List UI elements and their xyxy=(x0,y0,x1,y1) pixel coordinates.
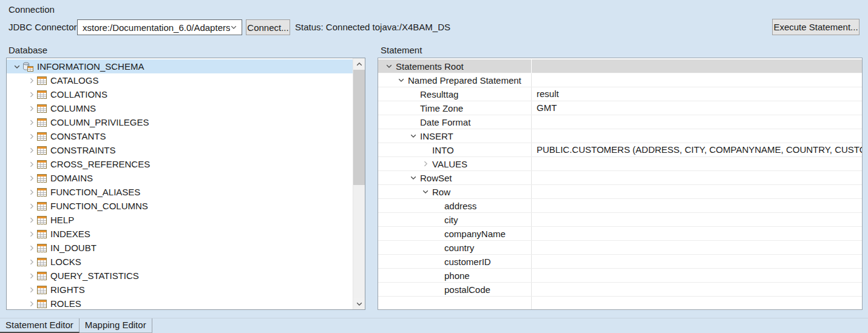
statement-row-value[interactable] xyxy=(532,269,862,282)
chevron-collapsed-icon[interactable] xyxy=(27,258,36,266)
tree-item-table[interactable]: CONSTRAINTS xyxy=(7,143,353,157)
statement-row[interactable]: phone xyxy=(378,269,862,283)
chevron-collapsed-icon[interactable] xyxy=(27,188,36,197)
tree-item-table[interactable]: LOCKS xyxy=(7,255,353,269)
chevron-expanded-icon[interactable] xyxy=(409,132,418,140)
tree-item-label: CROSS_REFERENCES xyxy=(50,159,150,169)
statement-row[interactable]: address xyxy=(378,199,862,213)
statement-row[interactable]: city xyxy=(378,213,862,227)
tree-item-information-schema[interactable]: INFORMATION_SCHEMA xyxy=(7,59,353,73)
tree-item-table[interactable]: IN_DOUBT xyxy=(7,241,353,255)
chevron-collapsed-icon[interactable] xyxy=(27,104,36,113)
chevron-collapsed-icon[interactable] xyxy=(421,160,430,168)
statement-row-value[interactable] xyxy=(532,157,862,170)
statement-row-value[interactable] xyxy=(532,171,862,184)
chevron-collapsed-icon[interactable] xyxy=(27,286,36,294)
tree-item-table[interactable]: RIGHTS xyxy=(7,283,353,297)
execute-statement-button[interactable]: Execute Statement... xyxy=(772,19,860,35)
chevron-expanded-icon[interactable] xyxy=(409,173,418,182)
chevron-expanded-icon[interactable] xyxy=(421,187,430,196)
statement-row[interactable]: companyName xyxy=(378,227,862,241)
tree-item-table[interactable]: CATALOGS xyxy=(7,73,353,87)
chevron-expanded-icon[interactable] xyxy=(397,76,405,84)
chevron-collapsed-icon[interactable] xyxy=(27,300,36,308)
chevron-collapsed-icon[interactable] xyxy=(27,230,36,238)
connect-button[interactable]: Connect... xyxy=(246,19,290,35)
statement-row[interactable]: VALUES xyxy=(378,157,862,171)
statement-row-value[interactable]: GMT xyxy=(532,101,862,115)
chevron-collapsed-icon[interactable] xyxy=(27,76,36,85)
chevron-collapsed-icon[interactable] xyxy=(27,160,36,169)
tree-item-table[interactable]: CONSTANTS xyxy=(7,129,353,143)
statement-row[interactable]: Named Prepared Statement xyxy=(378,73,862,87)
statement-row[interactable] xyxy=(378,297,862,310)
chevron-collapsed-icon[interactable] xyxy=(27,90,36,99)
statement-row-label: address xyxy=(444,201,476,211)
chevron-collapsed-icon[interactable] xyxy=(27,146,36,155)
statement-row[interactable]: INTOPUBLIC.CUSTOMERS (ADDRESS, CITY, COM… xyxy=(378,143,862,157)
tree-item-table[interactable]: COLUMNS xyxy=(7,101,353,115)
statement-row-name-cell: Resulttag xyxy=(378,87,532,101)
statement-row[interactable]: INSERT xyxy=(378,129,862,143)
statement-tree-table: Statements RootNamed Prepared StatementR… xyxy=(378,58,863,310)
tree-item-table[interactable]: INDEXES xyxy=(7,227,353,241)
statement-row-value[interactable] xyxy=(532,59,862,73)
chevron-collapsed-icon[interactable] xyxy=(27,118,36,127)
statement-row[interactable]: Row xyxy=(378,185,862,199)
statement-row-value[interactable] xyxy=(532,297,862,310)
jdbc-connector-select[interactable]: xstore:/Documentation_6.0/Adapters xyxy=(77,19,242,35)
statement-row-value[interactable] xyxy=(532,283,862,296)
statement-row-value[interactable] xyxy=(532,115,862,129)
statement-row[interactable]: Resulttagresult xyxy=(378,87,862,101)
scroll-down-button[interactable] xyxy=(353,298,365,309)
tree-item-table[interactable]: COLLATIONS xyxy=(7,87,353,101)
chevron-collapsed-icon[interactable] xyxy=(27,244,36,252)
tree-item-table[interactable]: DOMAINS xyxy=(7,171,353,185)
tree-item-label: INFORMATION_SCHEMA xyxy=(37,61,144,72)
statement-row[interactable]: postalCode xyxy=(378,283,862,297)
statement-row[interactable]: Statements Root xyxy=(378,59,862,73)
statement-row[interactable]: Time ZoneGMT xyxy=(378,101,862,115)
vertical-scrollbar[interactable] xyxy=(353,58,365,309)
statement-row[interactable]: customerID xyxy=(378,255,862,269)
tree-item-table[interactable]: FUNCTION_ALIASES xyxy=(7,185,353,199)
statement-row[interactable]: Date Format xyxy=(378,115,862,129)
statement-row[interactable]: RowSet xyxy=(378,171,862,185)
statement-row-value[interactable] xyxy=(532,185,862,198)
scrollbar-thumb[interactable] xyxy=(353,70,365,185)
statement-row-name-cell: Date Format xyxy=(378,115,532,129)
chevron-expanded-icon[interactable] xyxy=(385,62,393,70)
statement-row-value[interactable] xyxy=(532,241,862,254)
tree-item-table[interactable]: COLUMN_PRIVILEGES xyxy=(7,115,353,129)
tab-mapping-editor[interactable]: Mapping Editor xyxy=(80,318,152,333)
statement-row-label: Row xyxy=(432,187,450,197)
statement-row-value[interactable] xyxy=(532,255,862,268)
statement-row-value[interactable] xyxy=(532,227,862,240)
chevron-collapsed-icon[interactable] xyxy=(27,216,36,224)
statement-row-label: companyName xyxy=(444,229,506,239)
tree-item-table[interactable]: CROSS_REFERENCES xyxy=(7,157,353,171)
statement-row-label: phone xyxy=(444,271,470,281)
tab-statement-editor[interactable]: Statement Editor xyxy=(0,318,80,333)
tree-item-table[interactable]: ROLES xyxy=(7,297,353,310)
connection-section-label: Connection xyxy=(8,4,55,15)
statement-row-value[interactable]: PUBLIC.CUSTOMERS (ADDRESS, CITY, COMPANY… xyxy=(532,143,862,156)
statement-row-value[interactable]: result xyxy=(532,87,862,101)
tree-item-label: HELP xyxy=(50,215,74,225)
statement-row-value[interactable] xyxy=(532,213,862,226)
chevron-collapsed-icon[interactable] xyxy=(27,132,36,141)
chevron-collapsed-icon[interactable] xyxy=(27,202,36,210)
table-icon xyxy=(37,132,47,141)
tree-item-table[interactable]: QUERY_STATISTICS xyxy=(7,269,353,283)
statement-row-value[interactable] xyxy=(532,199,862,212)
scroll-up-button[interactable] xyxy=(353,58,365,70)
statement-row-value[interactable] xyxy=(532,129,862,143)
statement-row-value[interactable] xyxy=(532,73,862,87)
tree-item-table[interactable]: HELP xyxy=(7,213,353,227)
chevron-collapsed-icon[interactable] xyxy=(27,174,36,183)
chevron-expanded-icon[interactable] xyxy=(13,62,21,71)
tree-item-table[interactable]: FUNCTION_COLUMNS xyxy=(7,199,353,213)
statement-row-name-cell: Named Prepared Statement xyxy=(378,73,532,87)
chevron-collapsed-icon[interactable] xyxy=(27,272,36,280)
statement-row[interactable]: country xyxy=(378,241,862,255)
